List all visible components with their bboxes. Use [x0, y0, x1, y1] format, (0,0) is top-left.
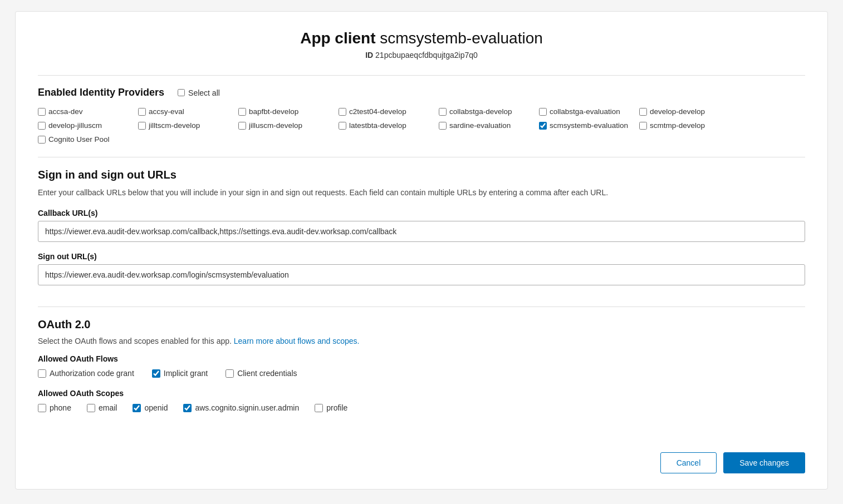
idp-checkbox-item[interactable]: jilltscm-develop — [138, 121, 238, 130]
oauth-scope-item[interactable]: email — [87, 403, 117, 412]
oauth-flow-label: Client credentials — [237, 369, 297, 378]
callback-url-input[interactable] — [38, 221, 805, 242]
idp-checkbox-scmtmp-develop[interactable] — [639, 122, 647, 130]
oauth-flow-checkbox-authorization-code-grant[interactable] — [38, 369, 46, 378]
idp-header: Enabled Identity Providers Select all — [38, 87, 805, 98]
footer-buttons: Cancel Save changes — [660, 452, 805, 473]
oauth-flow-item[interactable]: Authorization code grant — [38, 369, 134, 378]
divider-3 — [38, 307, 805, 307]
oauth-scope-item[interactable]: aws.cognito.signin.user.admin — [183, 403, 299, 412]
oauth-description: Select the OAuth flows and scopes enable… — [38, 337, 805, 345]
allowed-flows-title: Allowed OAuth Flows — [38, 354, 805, 363]
oauth-flow-checkbox-implicit-grant[interactable] — [152, 369, 160, 378]
cancel-button[interactable]: Cancel — [660, 452, 717, 473]
idp-provider-name: bapfbt-develop — [249, 107, 298, 116]
idp-checkbox-item[interactable]: accsy-eval — [138, 107, 238, 116]
sign-in-out-section: Sign in and sign out URLs Enter your cal… — [38, 169, 805, 295]
oauth-scopes-row: phoneemailopenidaws.cognito.signin.user.… — [38, 403, 805, 412]
idp-checkbox-collabstga-evaluation[interactable] — [539, 108, 547, 116]
idp-checkbox-item[interactable]: c2test04-develop — [339, 107, 439, 116]
oauth-scope-checkbox-profile[interactable] — [315, 404, 323, 412]
divider-1 — [38, 75, 805, 76]
idp-checkbox-item[interactable]: collabstga-evaluation — [539, 107, 639, 116]
idp-provider-name: accsa-dev — [48, 107, 83, 116]
idp-provider-name: develop-jilluscm — [48, 121, 102, 130]
idp-checkbox-item[interactable]: accsa-dev — [38, 107, 138, 116]
app-client-id: ID 21pcbupaeqcfdbqujtga2ip7q0 — [38, 51, 805, 60]
idp-checkbox-item[interactable]: collabstga-develop — [439, 107, 539, 116]
oauth-scope-label: phone — [50, 403, 71, 412]
save-changes-button[interactable]: Save changes — [723, 452, 805, 473]
oauth-flow-label: Authorization code grant — [50, 369, 134, 378]
identity-providers-section: Enabled Identity Providers Select all ac… — [38, 87, 805, 146]
idp-checkbox-item[interactable]: develop-develop — [639, 107, 739, 116]
idp-provider-name: collabstga-develop — [449, 107, 512, 116]
oauth-scope-checkbox-phone[interactable] — [38, 404, 46, 412]
divider-2 — [38, 157, 805, 157]
allowed-scopes-title: Allowed OAuth Scopes — [38, 389, 805, 398]
oauth-scope-item[interactable]: profile — [315, 403, 347, 412]
select-all-label[interactable]: Select all — [178, 88, 220, 97]
select-all-checkbox[interactable] — [178, 89, 185, 96]
idp-checkbox-jilltscm-develop[interactable] — [138, 122, 146, 130]
oauth-learn-more-link[interactable]: Learn more about flows and scopes. — [234, 337, 360, 345]
select-all-text: Select all — [188, 88, 220, 97]
idp-provider-name: c2test04-develop — [349, 107, 406, 116]
idp-provider-name: scmtmp-develop — [650, 121, 705, 130]
idp-provider-name: develop-develop — [650, 107, 705, 116]
idp-checkbox-accsy-eval[interactable] — [138, 108, 146, 116]
idp-checkbox-accsa-dev[interactable] — [38, 108, 46, 116]
idp-checkbox-cognito-user-pool[interactable] — [38, 136, 46, 144]
idp-checkbox-latestbta-develop[interactable] — [339, 122, 346, 130]
oauth-title: OAuth 2.0 — [38, 318, 805, 331]
oauth-scope-label: profile — [326, 403, 347, 412]
idp-checkbox-c2test04-develop[interactable] — [339, 108, 346, 116]
idp-provider-name: jilltscm-develop — [149, 121, 200, 130]
idp-checkbox-sardine-evaluation[interactable] — [439, 122, 447, 130]
idp-section-title: Enabled Identity Providers — [38, 87, 164, 98]
oauth-scope-checkbox-email[interactable] — [87, 404, 95, 412]
oauth-section: OAuth 2.0 Select the OAuth flows and sco… — [38, 318, 805, 412]
idp-checkbox-develop-jilluscm[interactable] — [38, 122, 46, 130]
sign-in-out-title: Sign in and sign out URLs — [38, 169, 805, 181]
idp-checkbox-item[interactable]: jilluscm-develop — [238, 121, 339, 130]
idp-checkbox-bapfbt-develop[interactable] — [238, 108, 246, 116]
idp-provider-name: latestbta-develop — [349, 121, 406, 130]
idp-provider-name: sardine-evaluation — [449, 121, 511, 130]
idp-provider-name: scmsystemb-evaluation — [550, 121, 628, 130]
oauth-scope-item[interactable]: phone — [38, 403, 71, 412]
page-title-section: App client scmsystemb-evaluation — [38, 29, 805, 47]
oauth-flow-item[interactable]: Client credentials — [226, 369, 297, 378]
page-container: App client scmsystemb-evaluation ID 21pc… — [15, 11, 828, 490]
idp-checkbox-jilluscm-develop[interactable] — [238, 122, 246, 130]
idp-checkbox-item[interactable]: develop-jilluscm — [38, 121, 138, 130]
oauth-scope-label: email — [99, 403, 117, 412]
idp-checkbox-item[interactable]: bapfbt-develop — [238, 107, 339, 116]
callback-url-label: Callback URL(s) — [38, 209, 805, 218]
signout-url-input[interactable] — [38, 264, 805, 285]
idp-provider-name: collabstga-evaluation — [550, 107, 620, 116]
idp-checkboxes: accsa-devaccsy-evalbapfbt-developc2test0… — [38, 107, 805, 146]
idp-checkbox-item[interactable]: Cognito User Pool — [38, 135, 138, 144]
sign-in-out-description: Enter your callback URLs below that you … — [38, 187, 805, 199]
oauth-scope-item[interactable]: openid — [133, 403, 168, 412]
idp-checkbox-scmsystemb-evaluation[interactable] — [539, 122, 547, 130]
oauth-scope-label: aws.cognito.signin.user.admin — [195, 403, 299, 412]
idp-checkbox-item[interactable]: scmtmp-develop — [639, 121, 739, 130]
idp-provider-name: Cognito User Pool — [48, 135, 110, 144]
idp-checkbox-collabstga-develop[interactable] — [439, 108, 447, 116]
oauth-scope-label: openid — [144, 403, 168, 412]
app-client-title: App client scmsystemb-evaluation — [38, 29, 805, 47]
oauth-flow-checkbox-client-credentials[interactable] — [226, 369, 234, 378]
idp-checkbox-develop-develop[interactable] — [639, 108, 647, 116]
oauth-flow-item[interactable]: Implicit grant — [152, 369, 208, 378]
idp-checkbox-item[interactable]: latestbta-develop — [339, 121, 439, 130]
idp-provider-name: accsy-eval — [149, 107, 184, 116]
oauth-scope-checkbox-openid[interactable] — [133, 404, 141, 412]
oauth-flow-label: Implicit grant — [164, 369, 208, 378]
signout-url-label: Sign out URL(s) — [38, 252, 805, 261]
idp-checkbox-item[interactable]: sardine-evaluation — [439, 121, 539, 130]
oauth-flows-row: Authorization code grantImplicit grantCl… — [38, 369, 805, 378]
oauth-scope-checkbox-aws.cognito.signin.user.admin[interactable] — [183, 404, 192, 412]
idp-checkbox-item[interactable]: scmsystemb-evaluation — [539, 121, 639, 130]
